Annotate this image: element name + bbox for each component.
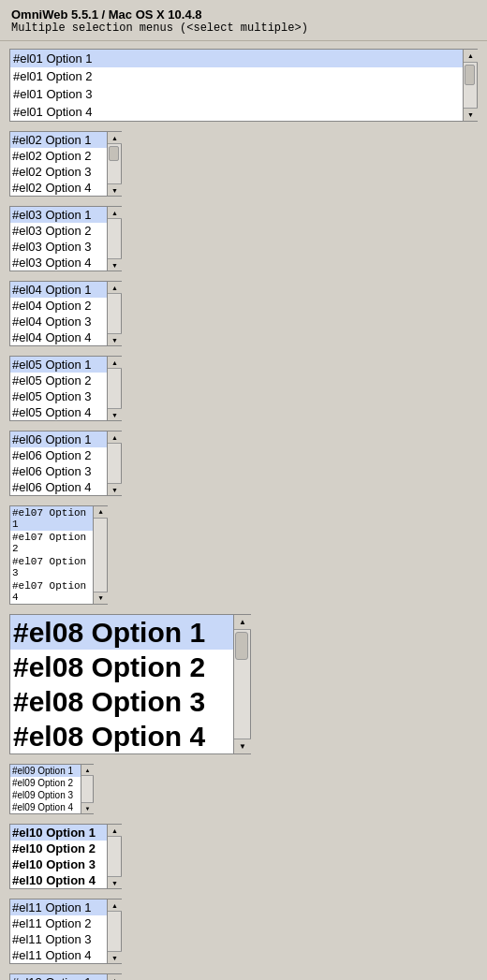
scroll-down-el06[interactable]: ▼	[108, 483, 122, 495]
option-el02-3[interactable]: #el02 Option 3	[10, 164, 121, 180]
scroll-track-el01	[464, 63, 477, 108]
select-el07[interactable]: #el07 Option 1 #el07 Option 2 #el07 Opti…	[9, 505, 108, 605]
scroll-up-el12[interactable]: ▲	[108, 974, 122, 980]
scroll-up-el08[interactable]: ▲	[234, 615, 251, 630]
select-el08[interactable]: #el08 Option 1 #el08 Option 2 #el08 Opti…	[9, 614, 251, 754]
option-el10-2[interactable]: #el10 Option 2	[10, 841, 121, 856]
select-el09[interactable]: #el09 Option 1 #el09 Option 2 #el09 Opti…	[9, 764, 94, 814]
scroll-up-el03[interactable]: ▲	[108, 207, 122, 219]
scroll-down-el02[interactable]: ▼	[108, 183, 122, 196]
option-el01-3[interactable]: #el01 Option 3	[10, 85, 477, 103]
scroll-down-el05[interactable]: ▼	[108, 408, 122, 420]
scrollbar-el10: ▲ ▼	[107, 825, 121, 888]
option-el03-4[interactable]: #el03 Option 4	[10, 255, 121, 271]
scrollbar-el04: ▲ ▼	[107, 282, 121, 345]
scroll-down-el01[interactable]: ▼	[464, 108, 478, 121]
option-el08-4[interactable]: #el08 Option 4	[10, 719, 250, 753]
scroll-down-el09[interactable]: ▼	[81, 802, 94, 813]
option-el04-2[interactable]: #el04 Option 2	[10, 298, 121, 314]
page-subtitle: Multiple selection menus (<select multip…	[11, 22, 476, 35]
option-el06-1[interactable]: #el06 Option 1	[10, 431, 121, 447]
select-el01[interactable]: #el01 Option 1 #el01 Option 2 #el01 Opti…	[9, 49, 478, 122]
scroll-up-el02[interactable]: ▲	[108, 132, 122, 144]
scroll-track-el10	[108, 837, 121, 876]
option-el01-1[interactable]: #el01 Option 1	[10, 50, 477, 67]
scrollbar-el12: ▲ ▼	[107, 974, 121, 980]
scrollbar-el05: ▲ ▼	[107, 357, 121, 420]
scrollbar-el02: ▲ ▼	[107, 132, 121, 196]
select-el06[interactable]: #el06 Option 1 #el06 Option 2 #el06 Opti…	[9, 431, 122, 496]
scroll-down-el08[interactable]: ▼	[234, 739, 251, 753]
select-el05[interactable]: #el05 Option 1 #el05 Option 2 #el05 Opti…	[9, 356, 122, 421]
option-el08-2[interactable]: #el08 Option 2	[10, 650, 250, 684]
option-el06-4[interactable]: #el06 Option 4	[10, 479, 121, 495]
option-el10-1[interactable]: #el10 Option 1	[10, 825, 121, 841]
select-el11[interactable]: #el11 Option 1 #el11 Option 2 #el11 Opti…	[9, 899, 122, 964]
option-el03-1[interactable]: #el03 Option 1	[10, 207, 121, 223]
scroll-down-el11[interactable]: ▼	[108, 951, 122, 963]
option-el04-3[interactable]: #el04 Option 3	[10, 314, 121, 329]
option-el02-4[interactable]: #el02 Option 4	[10, 180, 121, 196]
option-el02-1[interactable]: #el02 Option 1	[10, 132, 121, 148]
option-el08-1[interactable]: #el08 Option 1	[10, 615, 250, 650]
scroll-thumb-el08[interactable]	[235, 632, 248, 660]
scroll-track-el11	[108, 912, 121, 951]
option-el11-3[interactable]: #el11 Option 3	[10, 931, 121, 947]
scrollbar-el11: ▲ ▼	[107, 900, 121, 963]
scroll-down-el03[interactable]: ▼	[108, 258, 122, 271]
scroll-track-el09	[81, 776, 93, 802]
option-el06-3[interactable]: #el06 Option 3	[10, 463, 121, 479]
option-el03-2[interactable]: #el03 Option 2	[10, 223, 121, 239]
option-el10-4[interactable]: #el10 Option 4	[10, 872, 121, 888]
option-el01-4[interactable]: #el01 Option 4	[10, 103, 477, 121]
scroll-up-el04[interactable]: ▲	[108, 282, 122, 294]
scroll-down-el10[interactable]: ▼	[108, 876, 122, 888]
scrollbar-el06: ▲ ▼	[107, 431, 121, 495]
scrollbar-el01: ▲ ▼	[463, 50, 477, 121]
select-el04[interactable]: #el04 Option 1 #el04 Option 2 #el04 Opti…	[9, 281, 122, 346]
scroll-track-el05	[108, 369, 121, 408]
scrollbar-el07: ▲ ▼	[93, 506, 107, 604]
option-el11-1[interactable]: #el11 Option 1	[10, 900, 121, 915]
option-el05-3[interactable]: #el05 Option 3	[10, 388, 121, 404]
option-el06-2[interactable]: #el06 Option 2	[10, 447, 121, 463]
option-el12-1[interactable]: #el12 Option 1	[10, 974, 121, 980]
select-el02[interactable]: #el02 Option 1 #el02 Option 2 #el02 Opti…	[9, 131, 122, 197]
option-el05-2[interactable]: #el05 Option 2	[10, 373, 121, 388]
option-el11-2[interactable]: #el11 Option 2	[10, 915, 121, 931]
option-el02-2[interactable]: #el02 Option 2	[10, 148, 121, 164]
scroll-up-el10[interactable]: ▲	[108, 825, 122, 837]
option-el04-4[interactable]: #el04 Option 4	[10, 329, 121, 345]
scroll-track-el08	[234, 630, 250, 739]
option-el05-1[interactable]: #el05 Option 1	[10, 357, 121, 373]
scroll-thumb-el02[interactable]	[109, 146, 119, 161]
main-content: #el01 Option 1 #el01 Option 2 #el01 Opti…	[0, 41, 487, 980]
scroll-down-el04[interactable]: ▼	[108, 333, 122, 345]
option-el04-1[interactable]: #el04 Option 1	[10, 282, 121, 298]
scroll-track-el04	[108, 294, 121, 333]
scroll-up-el11[interactable]: ▲	[108, 900, 122, 912]
select-el12[interactable]: #el12 Option 1 #el12 Option 2 #el12 Opti…	[9, 973, 122, 980]
scroll-up-el01[interactable]: ▲	[464, 50, 478, 63]
scroll-up-el07[interactable]: ▲	[94, 506, 108, 519]
scrollbar-el09: ▲ ▼	[81, 765, 93, 813]
scroll-track-el03	[108, 219, 121, 258]
option-el05-4[interactable]: #el05 Option 4	[10, 404, 121, 420]
option-el08-3[interactable]: #el08 Option 3	[10, 684, 250, 719]
option-el11-4[interactable]: #el11 Option 4	[10, 947, 121, 963]
option-el03-3[interactable]: #el03 Option 3	[10, 239, 121, 255]
scroll-down-el07[interactable]: ▼	[94, 592, 108, 604]
select-el03[interactable]: #el03 Option 1 #el03 Option 2 #el03 Opti…	[9, 206, 122, 271]
select-el10[interactable]: #el10 Option 1 #el10 Option 2 #el10 Opti…	[9, 824, 122, 889]
scroll-up-el06[interactable]: ▲	[108, 431, 122, 444]
scroll-track-el06	[108, 444, 121, 483]
scroll-up-el05[interactable]: ▲	[108, 357, 122, 369]
scroll-thumb-el01[interactable]	[465, 65, 475, 85]
option-el10-3[interactable]: #el10 Option 3	[10, 856, 121, 872]
scroll-track-el07	[94, 519, 107, 592]
scrollbar-el03: ▲ ▼	[107, 207, 121, 271]
scrollbar-el08: ▲ ▼	[233, 615, 250, 753]
page-header: OmniWeb 5.5.1 / Mac OS X 10.4.8 Multiple…	[0, 0, 487, 41]
option-el01-2[interactable]: #el01 Option 2	[10, 67, 477, 85]
scroll-up-el09[interactable]: ▲	[81, 765, 94, 776]
